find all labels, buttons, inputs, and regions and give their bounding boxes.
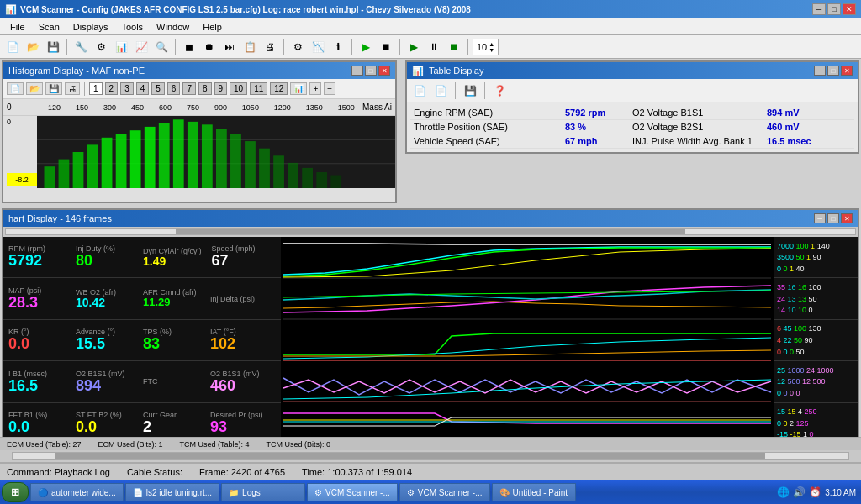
tab-5[interactable]: 5 bbox=[151, 82, 165, 95]
main-scroll-thumb[interactable] bbox=[55, 453, 765, 459]
hist-plus[interactable]: + bbox=[309, 82, 321, 95]
map-group: MAP (psi) 28.3 bbox=[3, 284, 71, 314]
tab-12[interactable]: 12 bbox=[270, 82, 288, 95]
hist-export[interactable]: 📊 bbox=[290, 82, 307, 95]
minimize-button[interactable]: ─ bbox=[812, 3, 826, 15]
chart-top-scrollbar[interactable] bbox=[3, 227, 858, 237]
tab-11[interactable]: 11 bbox=[250, 82, 267, 95]
ib1-value: 16.5 bbox=[8, 378, 66, 395]
chart-minimize[interactable]: ─ bbox=[814, 213, 826, 223]
tool-11[interactable]: ⚙ bbox=[288, 38, 307, 56]
autometer-label: autometer wide... bbox=[51, 488, 116, 497]
table-minimize[interactable]: ─ bbox=[814, 66, 826, 76]
taskbar-item-vcm1[interactable]: ⚙ VCM Scanner -... bbox=[307, 483, 398, 501]
chart-scroll-track[interactable] bbox=[5, 228, 856, 235]
step-button[interactable]: ⏹ bbox=[445, 38, 463, 56]
tool-1[interactable]: 🔧 bbox=[71, 38, 90, 56]
tool-9[interactable]: 📋 bbox=[240, 38, 259, 56]
hist-close[interactable]: ✕ bbox=[378, 66, 390, 76]
afr-cmd-value: 11.29 bbox=[143, 297, 200, 308]
hist-maximize[interactable]: □ bbox=[365, 66, 377, 76]
tab-7[interactable]: 7 bbox=[182, 82, 196, 95]
chart-maximize[interactable]: □ bbox=[827, 213, 839, 223]
hist-y-label: 0 bbox=[7, 102, 40, 112]
menu-scan[interactable]: Scan bbox=[32, 20, 66, 34]
menu-window[interactable]: Window bbox=[150, 20, 196, 34]
tool-10[interactable]: 🖨 bbox=[261, 38, 279, 56]
play-button[interactable]: ▶ bbox=[357, 38, 375, 56]
taskbar-item-logs[interactable]: 📁 Logs bbox=[221, 483, 305, 501]
stop-button[interactable]: ⏹ bbox=[377, 38, 395, 56]
taskbar-item-paint[interactable]: 🎨 Untitled - Paint bbox=[492, 483, 576, 501]
table-tb-1[interactable]: 📄 bbox=[410, 81, 429, 100]
hist-open[interactable]: 📂 bbox=[26, 82, 43, 95]
chart-close[interactable]: ✕ bbox=[841, 213, 853, 223]
desired-pr-value: 93 bbox=[210, 419, 267, 436]
main-scrollbar[interactable] bbox=[0, 450, 861, 462]
taskbar-item-autometer[interactable]: 🔵 autometer wide... bbox=[30, 483, 124, 501]
o2b1s1-group: O2 B1S1 (mV) 894 bbox=[71, 367, 138, 397]
tool-5[interactable]: 🔍 bbox=[152, 38, 171, 56]
tool-3[interactable]: 📊 bbox=[112, 38, 130, 56]
tab-1[interactable]: 1 bbox=[89, 82, 103, 95]
pause-button[interactable]: ⏸ bbox=[425, 38, 443, 56]
hist-minus[interactable]: − bbox=[324, 82, 335, 95]
close-button[interactable]: ✕ bbox=[843, 3, 856, 15]
ecm-table: ECM Used (Table): 27 bbox=[7, 440, 82, 449]
status-command: Command: Playback Log bbox=[7, 467, 110, 477]
taskbar-item-vcm2[interactable]: ⚙ VCM Scanner -... bbox=[399, 483, 490, 501]
tab-8[interactable]: 8 bbox=[198, 82, 212, 95]
iat-value: 102 bbox=[210, 336, 267, 353]
tab-6[interactable]: 6 bbox=[167, 82, 181, 95]
menu-help[interactable]: Help bbox=[196, 20, 229, 34]
table-tb-2[interactable]: 📄 bbox=[431, 81, 450, 100]
tool-7[interactable]: ⏺ bbox=[200, 38, 219, 56]
save-button[interactable]: 💾 bbox=[44, 38, 62, 56]
hist-print[interactable]: 🖨 bbox=[65, 82, 80, 95]
menu-displays[interactable]: Displays bbox=[66, 20, 115, 34]
trow1-label: Throttle Position (SAE) bbox=[414, 122, 565, 132]
frame-up[interactable]: ▲ bbox=[489, 41, 494, 47]
advance-value: 15.5 bbox=[76, 336, 133, 353]
tab-4[interactable]: 4 bbox=[136, 82, 150, 95]
maximize-button[interactable]: □ bbox=[827, 3, 841, 15]
main-scroll-track[interactable] bbox=[12, 452, 849, 460]
table-tb-4[interactable]: ❓ bbox=[490, 81, 509, 100]
svg-rect-14 bbox=[216, 129, 227, 188]
hist-minimize[interactable]: ─ bbox=[351, 66, 363, 76]
tool-6[interactable]: ◼ bbox=[180, 38, 198, 56]
tab-2[interactable]: 2 bbox=[105, 82, 119, 95]
tab-9[interactable]: 9 bbox=[214, 82, 228, 95]
table-maximize[interactable]: □ bbox=[827, 66, 839, 76]
chart-title: hart Display - 146 frames bbox=[8, 213, 112, 223]
taskbar-item-ls2[interactable]: 📄 ls2 idle tuning.rt... bbox=[125, 483, 219, 501]
svg-rect-4 bbox=[73, 152, 84, 188]
start-button[interactable]: ⊞ bbox=[2, 482, 29, 502]
hist-save[interactable]: 💾 bbox=[45, 82, 62, 95]
frame-input[interactable]: 10 ▲ ▼ bbox=[473, 39, 499, 55]
new-button[interactable]: 📄 bbox=[3, 38, 22, 56]
scale-3-bot: 0 0 0 50 bbox=[777, 348, 854, 356]
table-tb-3[interactable]: 💾 bbox=[461, 81, 479, 100]
x-label-900: 900 bbox=[214, 103, 227, 112]
menu-file[interactable]: File bbox=[3, 20, 32, 34]
tab-10[interactable]: 10 bbox=[230, 82, 247, 95]
tool-13[interactable]: ℹ bbox=[329, 38, 347, 56]
table-close[interactable]: ✕ bbox=[841, 66, 853, 76]
play-green[interactable]: ▶ bbox=[404, 38, 423, 56]
hist-new[interactable]: 📄 bbox=[7, 82, 24, 95]
chart-section-1: MAP (psi) 28.3 WB O2 (afr) 10.42 AFR Cmn… bbox=[3, 278, 281, 319]
tool-8[interactable]: ⏭ bbox=[220, 38, 239, 56]
chart-scroll-thumb[interactable] bbox=[176, 229, 685, 234]
frame-down[interactable]: ▼ bbox=[489, 47, 494, 53]
menu-tools[interactable]: Tools bbox=[114, 20, 150, 34]
tool-4[interactable]: 📈 bbox=[132, 38, 151, 56]
tool-12[interactable]: 📉 bbox=[309, 38, 327, 56]
tab-3[interactable]: 3 bbox=[120, 82, 134, 95]
scale-1-top: 7000 100 1 140 bbox=[777, 242, 854, 250]
x-label-1350: 1350 bbox=[306, 103, 323, 112]
tool-2[interactable]: ⚙ bbox=[92, 38, 110, 56]
ecm-bar: ECM Used (Table): 27 ECM Used (Bits): 1 … bbox=[0, 437, 861, 450]
open-button[interactable]: 📂 bbox=[24, 38, 42, 56]
hist-y-top: 0 bbox=[7, 118, 34, 126]
